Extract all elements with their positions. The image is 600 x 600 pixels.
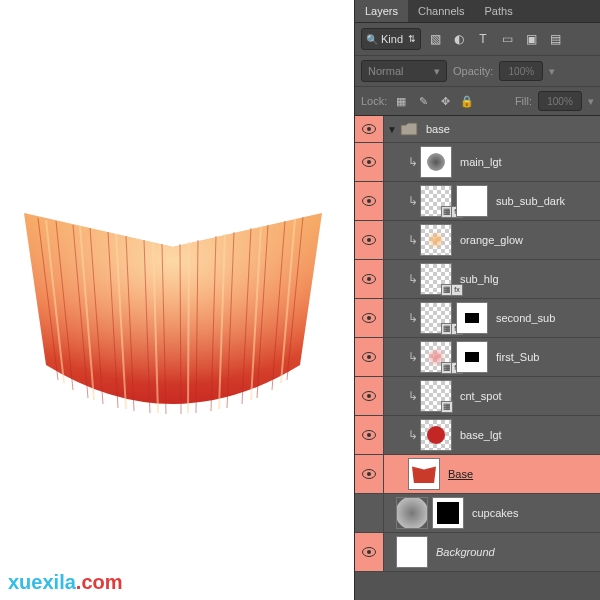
- watermark-text-a: xuexila: [8, 571, 76, 593]
- lock-image-icon[interactable]: ✎: [415, 93, 431, 109]
- visibility-toggle[interactable]: [355, 455, 384, 493]
- layer-group-base[interactable]: ▼ base: [355, 116, 600, 143]
- layer-thumbnail: [396, 536, 428, 568]
- filter-kind-label: Kind: [381, 33, 403, 45]
- link-badge-icon: ▦: [441, 401, 453, 413]
- layer-thumbnail: [420, 419, 452, 451]
- layer-name: orange_glow: [460, 234, 523, 246]
- visibility-toggle[interactable]: [355, 533, 384, 571]
- lock-position-icon[interactable]: ✥: [437, 93, 453, 109]
- opacity-input[interactable]: 100%: [499, 61, 543, 81]
- canvas: xuexila.com: [0, 0, 354, 600]
- svg-line-20: [188, 242, 189, 413]
- svg-point-43: [367, 472, 371, 476]
- layer-cupcakes[interactable]: cupcakes: [355, 494, 600, 533]
- filter-pixel-icon[interactable]: ▧: [425, 29, 445, 49]
- svg-point-37: [367, 355, 371, 359]
- visibility-toggle[interactable]: [355, 143, 384, 181]
- tab-channels[interactable]: Channels: [408, 0, 474, 22]
- layer-filter-row: 🔍 Kind ⇅ ▧ ◐ T ▭ ▣ ▤: [355, 23, 600, 56]
- svg-point-31: [367, 238, 371, 242]
- layer-cnt_spot[interactable]: ↳▦cnt_spot: [355, 377, 600, 416]
- artwork-cupcake-base: [18, 195, 328, 430]
- layer-thumbnail: [396, 497, 428, 529]
- tab-layers[interactable]: Layers: [355, 0, 408, 22]
- layer-first_Sub[interactable]: ↳▦fxfirst_Sub: [355, 338, 600, 377]
- blend-mode-value: Normal: [368, 65, 403, 77]
- eye-icon: [362, 430, 376, 440]
- layer-name: first_Sub: [496, 351, 539, 363]
- layer-thumbnail: ▦fx: [420, 263, 452, 295]
- svg-point-41: [367, 433, 371, 437]
- visibility-toggle[interactable]: [355, 338, 384, 376]
- lock-all-icon[interactable]: 🔒: [459, 93, 475, 109]
- blend-mode-select[interactable]: Normal▾: [361, 60, 447, 82]
- filter-smart-icon[interactable]: ▣: [521, 29, 541, 49]
- layer-thumbnail: [408, 458, 440, 490]
- layer-sub_hlg[interactable]: ↳▦fxsub_hlg: [355, 260, 600, 299]
- eye-icon: [362, 235, 376, 245]
- eye-icon: [362, 352, 376, 362]
- layer-name: sub_hlg: [460, 273, 499, 285]
- eye-icon: [362, 124, 376, 134]
- layer-orange_glow[interactable]: ↳orange_glow: [355, 221, 600, 260]
- layer-name: second_sub: [496, 312, 555, 324]
- tab-paths[interactable]: Paths: [475, 0, 523, 22]
- filter-type-icon[interactable]: T: [473, 29, 493, 49]
- chevron-down-icon[interactable]: ▾: [549, 65, 555, 78]
- svg-point-45: [367, 550, 371, 554]
- clip-arrow-icon: ↳: [408, 194, 418, 208]
- chevron-down-icon: ▾: [434, 65, 440, 78]
- layer-name: Base: [448, 468, 473, 480]
- clip-arrow-icon: ↳: [408, 155, 418, 169]
- layer-mask-thumbnail: [432, 497, 464, 529]
- fill-input[interactable]: 100%: [538, 91, 582, 111]
- visibility-toggle[interactable]: [355, 299, 384, 337]
- layer-base[interactable]: Base: [355, 455, 600, 494]
- filter-shape-icon[interactable]: ▭: [497, 29, 517, 49]
- opacity-label: Opacity:: [453, 65, 493, 77]
- eye-icon: [362, 274, 376, 284]
- clip-arrow-icon: ↳: [408, 311, 418, 325]
- layer-second_sub[interactable]: ↳▦fxsecond_sub: [355, 299, 600, 338]
- filter-toggle-icon[interactable]: ▤: [545, 29, 565, 49]
- visibility-toggle[interactable]: [355, 116, 384, 142]
- visibility-toggle[interactable]: [355, 494, 384, 532]
- watermark-text-b: .com: [76, 571, 123, 593]
- disclosure-triangle-icon[interactable]: ▼: [387, 124, 397, 135]
- layer-background[interactable]: Background: [355, 533, 600, 572]
- clip-arrow-icon: ↳: [408, 389, 418, 403]
- filter-kind-select[interactable]: 🔍 Kind ⇅: [361, 28, 421, 50]
- visibility-toggle[interactable]: [355, 221, 384, 259]
- lock-row: Lock: ▦ ✎ ✥ 🔒 Fill: 100% ▾: [355, 87, 600, 116]
- eye-icon: [362, 391, 376, 401]
- layer-thumbnail: ▦: [420, 380, 452, 412]
- clip-arrow-icon: ↳: [408, 428, 418, 442]
- svg-point-29: [367, 199, 371, 203]
- layer-thumbnail: [420, 146, 452, 178]
- layer-name: base_lgt: [460, 429, 502, 441]
- lock-transparent-icon[interactable]: ▦: [393, 93, 409, 109]
- folder-icon: [400, 122, 418, 136]
- layer-name: cnt_spot: [460, 390, 502, 402]
- lock-label: Lock:: [361, 95, 387, 107]
- eye-icon: [362, 547, 376, 557]
- layer-name: sub_sub_dark: [496, 195, 565, 207]
- layers-list: ▼ base ↳main_lgt↳▦fxsub_sub_dark↳orange_…: [355, 116, 600, 600]
- layer-base_lgt[interactable]: ↳base_lgt: [355, 416, 600, 455]
- filter-adjustment-icon[interactable]: ◐: [449, 29, 469, 49]
- blend-row: Normal▾ Opacity: 100% ▾: [355, 56, 600, 87]
- clip-arrow-icon: ↳: [408, 350, 418, 364]
- panel-tabs: Layers Channels Paths: [355, 0, 600, 23]
- layer-main_lgt[interactable]: ↳main_lgt: [355, 143, 600, 182]
- fill-label: Fill:: [515, 95, 532, 107]
- visibility-toggle[interactable]: [355, 260, 384, 298]
- visibility-toggle[interactable]: [355, 416, 384, 454]
- layer-thumbnail: ▦fx: [420, 185, 452, 217]
- visibility-toggle[interactable]: [355, 377, 384, 415]
- layer-thumbnail: [420, 224, 452, 256]
- chevron-down-icon[interactable]: ▾: [588, 95, 594, 108]
- visibility-toggle[interactable]: [355, 182, 384, 220]
- watermark: xuexila.com: [8, 571, 123, 594]
- layer-sub_sub_dark[interactable]: ↳▦fxsub_sub_dark: [355, 182, 600, 221]
